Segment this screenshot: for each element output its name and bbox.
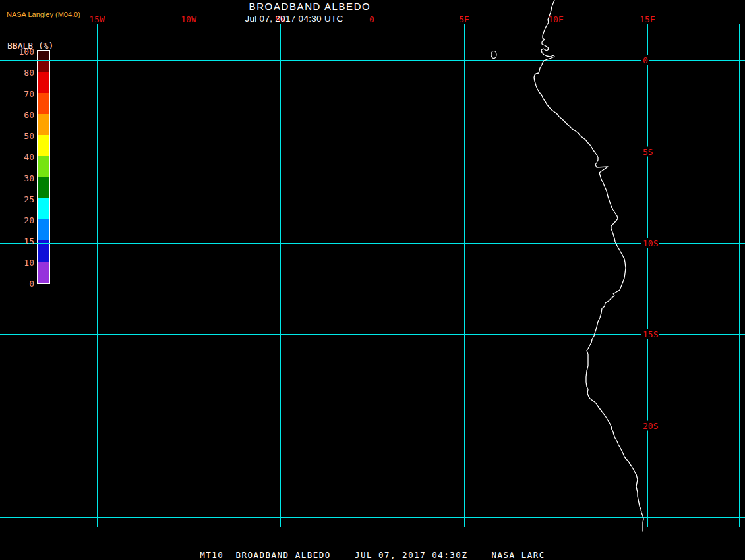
legend-tick-30: 30	[0, 174, 34, 182]
legend-tick-50: 50	[0, 132, 34, 140]
legend-tick-80: 80	[0, 69, 34, 77]
albedo-map-screen: NASA Langley (M04.0) BROADBAND ALBEDO Ju…	[0, 0, 745, 560]
legend-tick-0: 0	[0, 279, 34, 288]
legend-tick-70: 70	[0, 90, 34, 98]
lat-label-15S: 15S	[641, 329, 659, 339]
footer-caption: MT10 BROADBAND ALBEDO JUL 07, 2017 04:30…	[0, 550, 745, 560]
legend-tick-15: 15	[0, 237, 34, 246]
coastline-africa-west	[534, 0, 643, 531]
legend-tick-60: 60	[0, 111, 34, 119]
timestamp-label: Jul 07, 2017 04:30 UTC	[0, 14, 588, 24]
lon-label-15E: 15E	[640, 15, 655, 24]
legend-tick-20: 20	[0, 216, 34, 225]
legend-tick-10: 10	[0, 258, 34, 267]
legend-tick-40: 40	[0, 153, 34, 161]
legend-tick-25: 25	[0, 195, 34, 204]
lat-label-0: 0	[641, 55, 649, 65]
lat-label-5S: 5S	[641, 147, 655, 157]
lat-label-20S: 20S	[641, 421, 659, 431]
lat-label-10S: 10S	[641, 238, 659, 248]
island-outline	[491, 51, 496, 59]
page-title: BROADBAND ALBEDO	[0, 1, 620, 12]
map-canvas	[0, 0, 745, 560]
legend-tick-100: 100	[0, 47, 34, 56]
